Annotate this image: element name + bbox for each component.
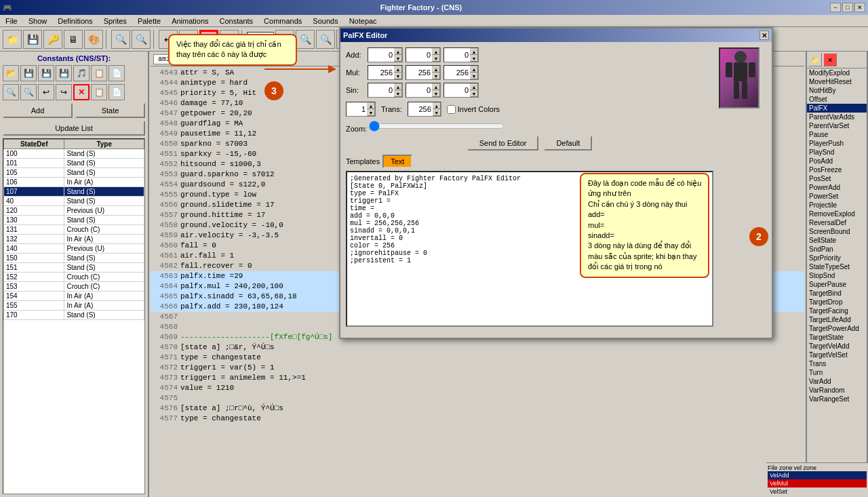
panel-btn-save3[interactable]: 💾 (56, 65, 72, 81)
sin-b-down[interactable]: ▼ (470, 90, 478, 97)
panel-btn-save[interactable]: 💾 (20, 65, 37, 81)
sin-b-up[interactable]: ▲ (470, 83, 478, 90)
panel-btn-5[interactable]: 📄 (108, 65, 125, 81)
list-item[interactable]: ReversalDef (807, 218, 867, 227)
list-item[interactable]: SprPriority (807, 254, 867, 262)
list-item[interactable]: MoveHitReset (807, 77, 867, 86)
text-tab-button[interactable]: Text (382, 155, 412, 168)
add-g-down[interactable]: ▼ (432, 55, 440, 62)
list-item[interactable]: PalFX (807, 104, 867, 113)
panel-btn-record[interactable]: 🎵 (73, 65, 90, 81)
list-item[interactable]: StopSnd (807, 271, 867, 280)
toolbar-btn-4[interactable]: 🖥 (64, 30, 83, 49)
right-panel-btn-2[interactable]: ✕ (823, 53, 837, 66)
list-item[interactable]: 4577type = changestate (151, 414, 804, 424)
list-item[interactable]: PosAdd (807, 157, 867, 165)
mul-b-up[interactable]: ▲ (470, 66, 478, 73)
list-item[interactable]: PlayerPush (807, 139, 867, 148)
mul-r-down[interactable]: ▼ (394, 73, 402, 79)
sin-g-down[interactable]: ▼ (432, 90, 440, 97)
menu-definitions[interactable]: Definitions (55, 16, 95, 26)
zoom-down[interactable]: ▼ (367, 109, 375, 116)
panel-btn-copy[interactable]: 📋 (91, 65, 107, 81)
list-item[interactable]: TargetDrop (807, 298, 867, 306)
mul-g-down[interactable]: ▼ (432, 73, 440, 79)
table-row[interactable]: 154In Air (A) (4, 292, 144, 301)
panel-btn-zoom-in[interactable]: 🔍 (3, 84, 19, 100)
list-item[interactable]: ModifyExplod (807, 68, 867, 77)
list-item[interactable]: 4572trigger1 = var(5) = 1 (151, 363, 804, 373)
menu-palette[interactable]: Palette (135, 16, 163, 26)
panel-btn-copy2[interactable]: 📋 (91, 84, 107, 100)
list-item[interactable]: ParentVarSet (807, 121, 867, 130)
panel-btn-save2[interactable]: 💾 (38, 65, 54, 81)
list-item[interactable]: 4576[state a] ;□r□^ù, Ý^Ú□s (151, 403, 804, 414)
menu-commands[interactable]: Commands (261, 16, 304, 26)
table-row[interactable]: 105Stand (S) (4, 168, 144, 178)
list-item[interactable]: TargetVelAdd (807, 342, 867, 351)
sin-b-input[interactable] (444, 83, 470, 97)
add-r-input[interactable] (368, 48, 394, 62)
mul-r-input[interactable] (368, 66, 394, 79)
mul-r-up[interactable]: ▲ (394, 66, 402, 73)
mul-b-down[interactable]: ▼ (470, 73, 478, 79)
table-row[interactable]: 150Stand (S) (4, 254, 144, 263)
table-row[interactable]: 131Crouch (C) (4, 225, 144, 235)
table-row[interactable]: 170Stand (S) (4, 311, 144, 320)
list-item[interactable]: StateTypeSet (807, 262, 867, 271)
state-table[interactable]: StateDef Type 100Stand (S)101Stand (S)10… (3, 138, 145, 494)
list-item[interactable]: VarRandom (807, 386, 867, 395)
menu-notepad[interactable]: Notepac (347, 16, 380, 26)
list-item[interactable]: Offset (807, 95, 867, 104)
toolbar-btn-7[interactable]: 🔍 (132, 30, 151, 49)
sin-g-up[interactable]: ▲ (432, 83, 440, 90)
minimize-button[interactable]: − (830, 3, 841, 12)
add-r-down[interactable]: ▼ (394, 55, 402, 62)
list-item[interactable]: ScreenBound (807, 227, 867, 236)
panel-btn-zoom-out[interactable]: 🔍 (20, 84, 37, 100)
sin-r-up[interactable]: ▲ (394, 83, 402, 90)
list-item[interactable]: Trans (807, 359, 867, 368)
list-item[interactable]: 4573trigger1 = animelem = 11,>=1 (151, 373, 804, 383)
list-item[interactable]: TargetFacing (807, 306, 867, 315)
table-row[interactable]: 101Stand (S) (4, 159, 144, 168)
invert-checkbox[interactable] (447, 105, 456, 114)
table-row[interactable]: 107Stand (S) (4, 187, 144, 197)
toolbar-btn-5[interactable]: 🎨 (84, 30, 103, 49)
sin-r-input[interactable] (368, 83, 394, 97)
table-row[interactable]: 153Crouch (C) (4, 282, 144, 292)
mul-b-input[interactable] (444, 66, 470, 79)
panel-btn-delete[interactable]: ✕ (73, 84, 90, 100)
vel-add-item[interactable]: VelAdd (807, 471, 867, 479)
add-button[interactable]: Add (3, 103, 73, 118)
palfx-close-button[interactable]: ✕ (760, 31, 769, 40)
right-panel-btn-1[interactable]: 📁 (808, 53, 822, 66)
zoom-slider[interactable] (369, 121, 505, 132)
panel-btn-redo[interactable]: ↪ (56, 84, 72, 100)
toolbar-btn-13[interactable]: 🔍 (296, 30, 315, 49)
list-item[interactable]: 4575 (151, 393, 804, 403)
list-item[interactable]: SuperPause (807, 280, 867, 289)
list-item[interactable]: SndPan (807, 245, 867, 254)
zoom-up[interactable]: ▲ (367, 102, 375, 109)
add-g-up[interactable]: ▲ (432, 48, 440, 55)
sin-g-input[interactable] (406, 83, 432, 97)
add-b-input[interactable] (444, 48, 470, 62)
list-item[interactable]: 4571type = changestate (151, 353, 804, 363)
table-row[interactable]: 132In Air (A) (4, 235, 144, 244)
zoom-input[interactable] (347, 104, 367, 114)
table-row[interactable]: 100Stand (S) (4, 149, 144, 159)
list-item[interactable]: 4570[state a] ;□&r, Ý^Ú□s (151, 342, 804, 353)
list-item[interactable]: TargetBind (807, 289, 867, 298)
table-row[interactable]: 140Previous (U) (4, 244, 144, 254)
list-item[interactable]: NotHitBy (807, 86, 867, 95)
list-item[interactable]: Pause (807, 130, 867, 139)
list-item[interactable]: RemoveExplod (807, 210, 867, 218)
list-item[interactable]: VarAdd (807, 377, 867, 386)
default-button[interactable]: Default (544, 136, 592, 151)
maximize-button[interactable]: □ (842, 3, 853, 12)
mul-g-up[interactable]: ▲ (432, 66, 440, 73)
list-item[interactable]: SellState (807, 236, 867, 245)
menu-sounds[interactable]: Sounds (310, 16, 340, 26)
add-b-down[interactable]: ▼ (470, 55, 478, 62)
